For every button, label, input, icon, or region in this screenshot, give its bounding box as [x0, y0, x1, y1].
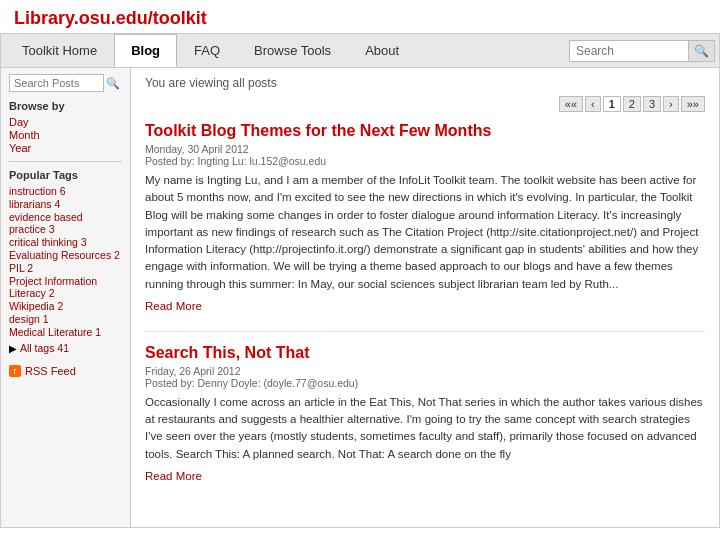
tag-librarians[interactable]: librarians 4: [9, 198, 122, 210]
page-prev-prev[interactable]: ««: [559, 96, 583, 112]
content: You are viewing all posts «« ‹ 1 2 3 › »…: [131, 68, 719, 527]
rss-icon: r: [9, 365, 21, 377]
sidebar: 🔍 Browse by Day Month Year Popular Tags …: [1, 68, 131, 527]
post-1-title[interactable]: Toolkit Blog Themes for the Next Few Mon…: [145, 122, 705, 140]
browse-links: Day Month Year: [9, 116, 122, 154]
search-box-container: 🔍: [569, 40, 715, 62]
page-2[interactable]: 2: [623, 96, 641, 112]
post-1: Toolkit Blog Themes for the Next Few Mon…: [145, 122, 705, 313]
post-1-date: Monday, 30 April 2012: [145, 143, 705, 155]
tab-faq[interactable]: FAQ: [177, 34, 237, 67]
post-2-author: Posted by: Denny Doyle: (doyle.77@osu.ed…: [145, 377, 705, 389]
post-2-title[interactable]: Search This, Not That: [145, 344, 705, 362]
search-button[interactable]: 🔍: [689, 40, 715, 62]
tag-pil[interactable]: PIL 2: [9, 262, 122, 274]
post-2-body: Occasionally I come across an article in…: [145, 394, 705, 463]
post-2: Search This, Not That Friday, 26 April 2…: [145, 344, 705, 483]
tab-home[interactable]: Toolkit Home: [5, 34, 114, 67]
sidebar-search: 🔍: [9, 74, 122, 92]
tags-list: instruction 6 librarians 4 evidence base…: [9, 185, 122, 338]
post-divider: [145, 331, 705, 332]
rss-feed[interactable]: r RSS Feed: [9, 365, 122, 377]
page-3[interactable]: 3: [643, 96, 661, 112]
all-tags-link[interactable]: All tags 41: [20, 342, 69, 354]
pagination: «« ‹ 1 2 3 › »»: [145, 96, 705, 112]
rss-label: RSS Feed: [25, 365, 76, 377]
tag-wikipedia[interactable]: Wikipedia 2: [9, 300, 122, 312]
nav-bar: Toolkit Home Blog FAQ Browse Tools About…: [0, 33, 720, 68]
post-1-read-more[interactable]: Read More: [145, 300, 202, 312]
page-prev[interactable]: ‹: [585, 96, 601, 112]
post-1-author: Posted by: Ingting Lu: lu.152@osu.edu: [145, 155, 705, 167]
post-1-meta: Monday, 30 April 2012 Posted by: Ingting…: [145, 143, 705, 167]
tag-evaluating[interactable]: Evaluating Resources 2: [9, 249, 122, 261]
search-input[interactable]: [569, 40, 689, 62]
browse-by-day[interactable]: Day: [9, 116, 122, 128]
main-layout: 🔍 Browse by Day Month Year Popular Tags …: [0, 68, 720, 528]
tab-blog[interactable]: Blog: [114, 34, 177, 67]
sidebar-divider: [9, 161, 122, 162]
page-next[interactable]: ›: [663, 96, 679, 112]
post-2-date: Friday, 26 April 2012: [145, 365, 705, 377]
popular-tags-title: Popular Tags: [9, 169, 122, 181]
browse-by-year[interactable]: Year: [9, 142, 122, 154]
browse-by-title: Browse by: [9, 100, 122, 112]
site-title: Library.osu.edu/toolkit: [0, 0, 720, 33]
post-1-body: My name is Ingting Lu, and I am a member…: [145, 172, 705, 293]
post-2-meta: Friday, 26 April 2012 Posted by: Denny D…: [145, 365, 705, 389]
all-tags-arrow: ▶: [9, 343, 17, 354]
tab-about[interactable]: About: [348, 34, 416, 67]
tag-medical[interactable]: Medical Literature 1: [9, 326, 122, 338]
all-tags[interactable]: ▶ All tags 41: [9, 342, 122, 355]
tab-browse-tools[interactable]: Browse Tools: [237, 34, 348, 67]
tag-design[interactable]: design 1: [9, 313, 122, 325]
post-2-read-more[interactable]: Read More: [145, 470, 202, 482]
tag-critical[interactable]: critical thinking 3: [9, 236, 122, 248]
browse-by-month[interactable]: Month: [9, 129, 122, 141]
viewing-all-label: You are viewing all posts: [145, 76, 705, 90]
sidebar-search-icon[interactable]: 🔍: [106, 77, 120, 90]
sidebar-search-input[interactable]: [9, 74, 104, 92]
page-1[interactable]: 1: [603, 96, 621, 112]
page-next-next[interactable]: »»: [681, 96, 705, 112]
tag-instruction[interactable]: instruction 6: [9, 185, 122, 197]
tag-evidence[interactable]: evidence based practice 3: [9, 211, 122, 235]
tag-project-info[interactable]: Project Information Literacy 2: [9, 275, 122, 299]
